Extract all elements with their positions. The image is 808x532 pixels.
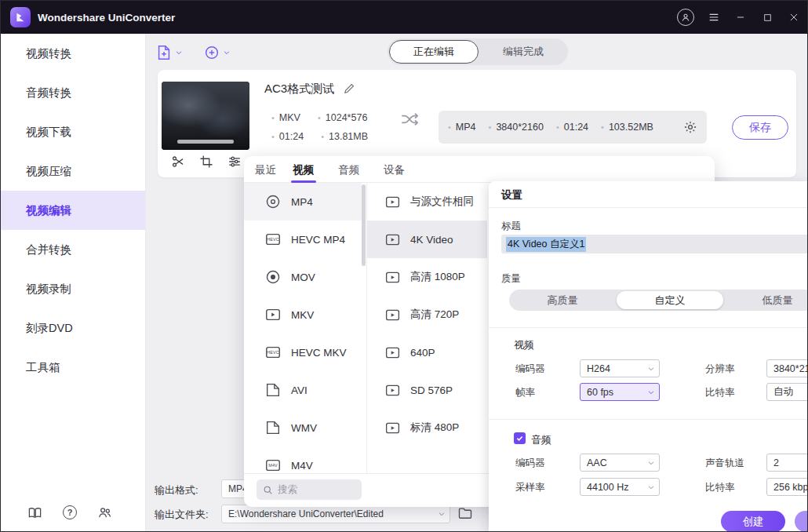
menu-icon[interactable]	[707, 10, 721, 24]
close-button[interactable]	[787, 10, 801, 24]
framerate-label: 帧率	[515, 386, 535, 399]
video-thumbnail[interactable]	[162, 82, 249, 150]
format-option-avi[interactable]: AVI	[244, 371, 362, 409]
format-label: MOV	[291, 271, 315, 283]
quality-option-720p[interactable]: 高清 720P	[367, 296, 487, 333]
video-encoder-dropdown[interactable]: H264	[580, 359, 660, 377]
quality-option-sd-576p[interactable]: SD 576P	[367, 371, 487, 409]
framerate-dropdown[interactable]: 60 fps	[580, 383, 660, 401]
gear-icon[interactable]	[683, 120, 697, 134]
maximize-button[interactable]	[760, 10, 774, 24]
partial-edge-button[interactable]	[795, 511, 808, 532]
output-format-label: 输出格式:	[155, 483, 198, 497]
format-option-m4v[interactable]: M4V M4V	[244, 446, 362, 484]
format-popup-tabs: 最近 视频 音频 设备	[244, 156, 715, 183]
audio-bitrate-dropdown[interactable]: 256 kbps	[766, 478, 808, 496]
quality-label: SD 576P	[410, 384, 453, 396]
samplerate-value: 44100 Hz	[587, 482, 629, 493]
format-list-scrollbar[interactable]	[362, 184, 366, 266]
rename-icon[interactable]	[343, 82, 356, 95]
app-title: Wondershare UniConverter	[38, 12, 175, 24]
quality-option-480p[interactable]: 标清 480P	[367, 409, 487, 446]
quality-low-option[interactable]: 低质量	[724, 290, 808, 311]
tab-audio[interactable]: 音频	[338, 163, 359, 177]
samplerate-dropdown[interactable]: 44100 Hz	[580, 478, 660, 496]
crop-icon[interactable]	[199, 155, 213, 169]
sidebar-item-label: 刻录DVD	[26, 321, 73, 336]
tab-device[interactable]: 设备	[384, 163, 405, 177]
search-input[interactable]	[278, 484, 348, 495]
open-folder-icon[interactable]	[457, 505, 473, 521]
sidebar-item-burn-dvd[interactable]: 刻录DVD	[1, 308, 145, 348]
video-bitrate-value: 自动	[773, 385, 793, 399]
format-option-mp4[interactable]: MP4	[244, 183, 362, 220]
audio-encoder-dropdown[interactable]: AAC	[580, 454, 660, 472]
divider	[489, 207, 808, 208]
divider	[489, 419, 808, 420]
output-folder-value: E:\Wondershare UniConverter\Edited	[228, 508, 384, 519]
create-button-label: 创建	[743, 515, 764, 529]
source-size: 13.81MB	[321, 131, 368, 142]
sidebar-item-audio-convert[interactable]: 音频转换	[1, 73, 145, 112]
sidebar-item-video-download[interactable]: 视频下载	[1, 112, 145, 151]
help-icon[interactable]: ?	[63, 505, 77, 519]
quality-option-same-as-source[interactable]: 与源文件相同	[367, 183, 487, 220]
quality-segmented-control: 高质量 自定义 低质量	[509, 290, 808, 311]
add-source-button[interactable]	[203, 42, 231, 64]
tab-editing[interactable]: 正在编辑	[389, 40, 479, 64]
sidebar-item-video-edit[interactable]: 视频编辑	[1, 191, 145, 230]
resolution-dropdown[interactable]: 3840*2160	[766, 359, 808, 377]
edit-tools	[171, 155, 242, 169]
quality-high-option[interactable]: 高质量	[509, 290, 616, 311]
titlebar: Wondershare UniConverter	[1, 1, 808, 34]
add-device-icon	[203, 44, 220, 61]
source-meta-line2: 01:24 13.81MB	[271, 131, 368, 142]
quality-label: 质量	[501, 272, 521, 286]
trim-scissors-icon[interactable]	[171, 155, 185, 169]
format-option-mov[interactable]: MOV	[244, 258, 362, 296]
video-bitrate-dropdown[interactable]: 自动	[766, 383, 808, 401]
sidebar-item-label: 视频下载	[26, 125, 71, 140]
quality-option-1080p[interactable]: 高清 1080P	[367, 258, 487, 296]
format-option-hevc-mp4[interactable]: HEVC HEVC MP4	[244, 220, 362, 258]
format-option-hevc-mkv[interactable]: HEVC HEVC MKV	[244, 333, 362, 371]
format-label: AVI	[291, 384, 308, 396]
sidebar-item-merge-convert[interactable]: 合并转换	[1, 230, 145, 269]
effects-sliders-icon[interactable]	[227, 155, 242, 169]
tab-recent[interactable]: 最近	[255, 163, 276, 177]
sidebar-item-toolbox[interactable]: 工具箱	[1, 348, 145, 387]
account-avatar-icon[interactable]	[677, 9, 694, 26]
audio-checkbox[interactable]	[514, 432, 526, 444]
add-file-button[interactable]	[155, 42, 183, 64]
sidebar-item-screen-record[interactable]: 视频录制	[1, 269, 145, 308]
create-button[interactable]: 创建	[721, 511, 785, 532]
output-folder-dropdown[interactable]: E:\Wondershare UniConverter\Edited	[221, 505, 450, 523]
app-window: Wondershare UniConverter 视频转换 音频转换 视频下载 …	[0, 0, 808, 532]
format-search[interactable]	[257, 479, 362, 500]
user-guide-icon[interactable]	[27, 505, 42, 520]
sidebar-item-video-compress[interactable]: 视频压缩	[1, 151, 145, 191]
save-button[interactable]: 保存	[732, 115, 788, 140]
search-icon	[263, 485, 273, 495]
source-meta-line1: MKV 1024*576	[271, 112, 367, 123]
audio-section-label: 音频	[531, 433, 551, 447]
format-option-wmv[interactable]: WMV	[244, 409, 362, 446]
app-logo-icon	[10, 7, 31, 27]
contacts-icon[interactable]	[97, 505, 112, 520]
title-label: 标题	[501, 220, 521, 233]
quality-list: 与源文件相同 4K Video 高清 1080P 高清 720P 640P SD…	[367, 183, 487, 446]
video-section-label: 视频	[514, 338, 534, 352]
tab-edit-done[interactable]: 编辑完成	[479, 38, 568, 65]
title-input[interactable]: 4K Video 自定义1	[501, 235, 808, 253]
quality-custom-option[interactable]: 自定义	[617, 290, 723, 311]
channels-dropdown[interactable]: 2	[766, 454, 808, 472]
format-option-mkv[interactable]: MKV	[244, 296, 362, 333]
chevron-down-icon	[438, 510, 446, 518]
quality-option-4k-video[interactable]: 4K Video	[367, 220, 487, 258]
quality-option-640p[interactable]: 640P	[367, 333, 487, 371]
svg-text:HEVC: HEVC	[267, 350, 278, 355]
minimize-button[interactable]	[733, 10, 748, 24]
sidebar-item-video-convert[interactable]: 视频转换	[1, 34, 145, 73]
output-settings-box[interactable]: MP4 3840*2160 01:24 103.52MB	[439, 111, 707, 144]
tab-video[interactable]: 视频	[293, 163, 314, 177]
